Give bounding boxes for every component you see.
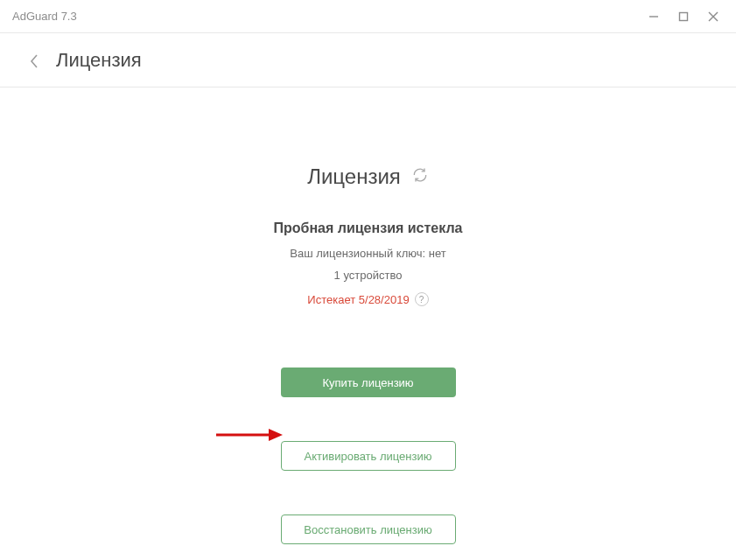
maximize-button[interactable] [675, 8, 692, 25]
chevron-left-icon [28, 52, 40, 70]
activate-license-button[interactable]: Активировать лицензию [281, 441, 456, 471]
svg-rect-1 [680, 12, 688, 20]
maximize-icon [678, 11, 689, 22]
refresh-button[interactable] [411, 166, 429, 187]
page-title: Лицензия [56, 49, 142, 72]
trial-expired-label: Пробная лицензия истекла [274, 220, 463, 236]
help-button[interactable]: ? [415, 292, 429, 306]
page-header: Лицензия [0, 33, 736, 88]
section-title-row: Лицензия [307, 164, 429, 189]
section-title: Лицензия [307, 164, 401, 189]
buy-license-button[interactable]: Купить лицензию [281, 368, 456, 397]
license-key-label: Ваш лицензионный ключ: нет [274, 247, 463, 260]
license-status-block: Пробная лицензия истекла Ваш лицензионны… [274, 220, 463, 306]
back-button[interactable] [28, 52, 44, 68]
expires-row: Истекает 5/28/2019 ? [274, 292, 463, 306]
minimize-icon [648, 11, 659, 22]
app-title: AdGuard 7.3 [12, 10, 77, 23]
expires-label: Истекает 5/28/2019 [307, 293, 409, 306]
button-stack: Купить лицензию Активировать лицензию Во… [281, 368, 456, 544]
window-controls [645, 8, 731, 25]
devices-label: 1 устройство [274, 269, 463, 282]
titlebar: AdGuard 7.3 [0, 0, 736, 33]
content-area: Лицензия Пробная лицензия истекла Ваш ли… [0, 88, 736, 544]
minimize-button[interactable] [645, 8, 662, 25]
refresh-icon [411, 166, 429, 184]
help-icon: ? [419, 295, 424, 304]
close-button[interactable] [704, 8, 722, 25]
restore-license-button[interactable]: Восстановить лицензию [281, 514, 456, 544]
close-icon [708, 11, 718, 22]
